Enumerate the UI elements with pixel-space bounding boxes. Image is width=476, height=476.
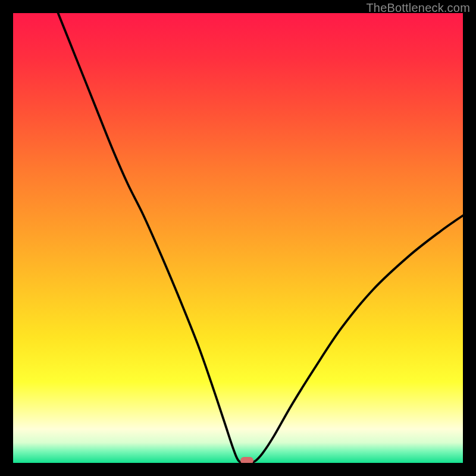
plot-area: [13, 13, 463, 463]
minimum-marker: [240, 457, 253, 463]
bottleneck-curve: [58, 13, 463, 463]
curve-layer: [13, 13, 463, 463]
chart-stage: TheBottleneck.com: [0, 0, 476, 476]
